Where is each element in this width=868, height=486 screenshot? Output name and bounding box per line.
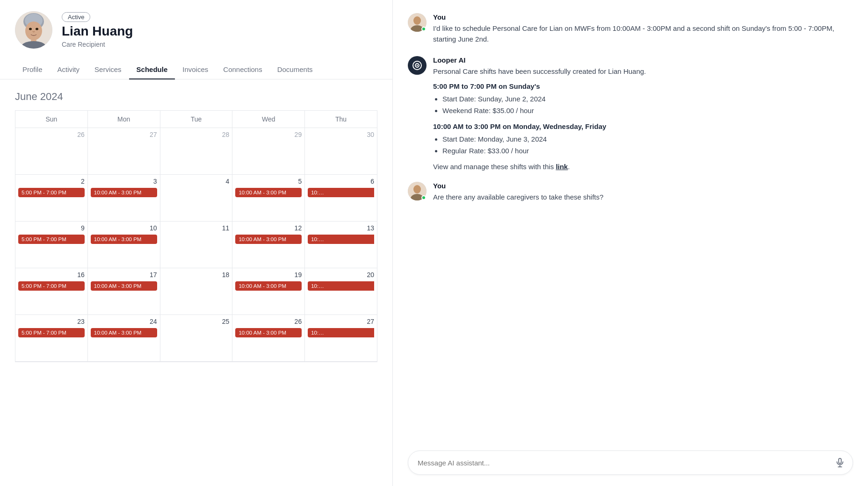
svg-rect-17 xyxy=(839,458,841,464)
cal-date: 24 xyxy=(91,318,157,325)
detail-block: 5:00 PM to 7:00 PM on Sunday'sStart Date… xyxy=(433,82,853,117)
cal-date: 18 xyxy=(163,271,230,279)
cal-cell[interactable]: 2410:00 AM - 3:00 PM xyxy=(88,315,160,362)
right-panel: YouI'd like to schedule Personal Care fo… xyxy=(393,0,868,486)
cal-cell[interactable]: 1210:00 AM - 3:00 PM xyxy=(232,222,305,268)
online-indicator xyxy=(421,195,426,200)
tab-connections[interactable]: Connections xyxy=(216,60,269,79)
cal-cell[interactable]: 1010:00 AM - 3:00 PM xyxy=(88,222,160,268)
cal-header-sun: Sun xyxy=(15,111,88,128)
cal-cell[interactable]: 18 xyxy=(160,268,233,315)
event-pill[interactable]: 10:… xyxy=(308,281,374,291)
detail-title: 10:00 AM to 3:00 PM on Monday, Wednesday… xyxy=(433,122,853,130)
tab-services[interactable]: Services xyxy=(87,60,129,79)
tab-schedule[interactable]: Schedule xyxy=(129,60,175,79)
cal-cell[interactable]: 29 xyxy=(232,128,305,175)
cal-cell[interactable]: 2010:… xyxy=(305,268,377,315)
cal-cell[interactable]: 1710:00 AM - 3:00 PM xyxy=(88,268,160,315)
tab-activity[interactable]: Activity xyxy=(50,60,87,79)
tab-invoices[interactable]: Invoices xyxy=(175,60,216,79)
cal-cell[interactable]: 2610:00 AM - 3:00 PM xyxy=(232,315,305,362)
cal-header-thu: Thu xyxy=(305,111,377,128)
cal-header-wed: Wed xyxy=(232,111,305,128)
cal-date: 25 xyxy=(163,318,230,325)
event-pill[interactable]: 10:00 AM - 3:00 PM xyxy=(235,235,302,244)
cal-cell[interactable]: 27 xyxy=(88,128,160,175)
ai-avatar-inner xyxy=(408,56,427,75)
cal-date: 26 xyxy=(18,131,85,138)
cal-date: 26 xyxy=(235,318,302,325)
detail-title: 5:00 PM to 7:00 PM on Sunday's xyxy=(433,82,853,90)
event-pill[interactable]: 10:00 AM - 3:00 PM xyxy=(235,281,302,291)
cal-header-tue: Tue xyxy=(160,111,233,128)
event-pill[interactable]: 10:00 AM - 3:00 PM xyxy=(91,235,157,244)
cal-date: 30 xyxy=(308,131,374,138)
svg-point-4 xyxy=(29,28,32,30)
status-badge: Active xyxy=(62,12,90,22)
cal-cell[interactable]: 25:00 PM - 7:00 PM xyxy=(15,175,88,222)
cal-cell[interactable]: 1910:00 AM - 3:00 PM xyxy=(232,268,305,315)
detail-list: Start Date: Monday, June 3, 2024Regular … xyxy=(433,133,853,157)
event-pill[interactable]: 10:00 AM - 3:00 PM xyxy=(235,328,302,337)
cal-cell[interactable]: 26 xyxy=(15,128,88,175)
cal-cell[interactable]: 1310:… xyxy=(305,222,377,268)
cal-date: 6 xyxy=(308,178,374,185)
event-pill[interactable]: 5:00 PM - 7:00 PM xyxy=(18,188,85,197)
message-text: I'd like to schedule Personal Care for L… xyxy=(433,23,853,45)
event-pill[interactable]: 10:… xyxy=(308,328,374,337)
cal-header-mon: Mon xyxy=(88,111,160,128)
cal-date: 13 xyxy=(308,224,374,232)
cal-cell[interactable]: 30 xyxy=(305,128,377,175)
event-pill[interactable]: 10:00 AM - 3:00 PM xyxy=(235,188,302,197)
message-text: Are there any available caregivers to ta… xyxy=(433,192,853,202)
svg-point-9 xyxy=(413,16,421,25)
cal-cell[interactable]: 2710:… xyxy=(305,315,377,362)
chat-message: YouI'd like to schedule Personal Care fo… xyxy=(408,13,853,45)
message-sender: Looper AI xyxy=(433,56,853,64)
profile-header: Active Lian Huang Care Recipient xyxy=(0,0,392,49)
event-pill[interactable]: 10:… xyxy=(308,188,374,197)
chat-messages: YouI'd like to schedule Personal Care fo… xyxy=(393,0,868,443)
header-info: Active Lian Huang Care Recipient xyxy=(62,12,133,48)
cal-cell[interactable]: 28 xyxy=(160,128,233,175)
cal-cell[interactable]: 510:00 AM - 3:00 PM xyxy=(232,175,305,222)
tab-profile[interactable]: Profile xyxy=(15,60,50,79)
list-item: Regular Rate: $33.00 / hour xyxy=(442,145,853,157)
mic-button[interactable] xyxy=(835,457,845,468)
event-pill[interactable]: 5:00 PM - 7:00 PM xyxy=(18,328,85,337)
event-pill[interactable]: 10:00 AM - 3:00 PM xyxy=(91,281,157,291)
cal-date: 20 xyxy=(308,271,374,279)
cal-date: 17 xyxy=(91,271,157,279)
message-avatar xyxy=(408,182,427,200)
cal-date: 27 xyxy=(91,131,157,138)
cal-date: 11 xyxy=(163,224,230,232)
cal-date: 29 xyxy=(235,131,302,138)
cal-date: 28 xyxy=(163,131,230,138)
manage-link-anchor[interactable]: link xyxy=(556,163,568,171)
user-role: Care Recipient xyxy=(62,41,133,48)
cal-cell[interactable]: 235:00 PM - 7:00 PM xyxy=(15,315,88,362)
cal-cell[interactable]: 95:00 PM - 7:00 PM xyxy=(15,222,88,268)
event-pill[interactable]: 5:00 PM - 7:00 PM xyxy=(18,281,85,291)
cal-cell[interactable]: 310:00 AM - 3:00 PM xyxy=(88,175,160,222)
cal-cell[interactable]: 11 xyxy=(160,222,233,268)
message-content: YouAre there any available caregivers to… xyxy=(433,182,853,202)
svg-point-15 xyxy=(413,185,421,193)
event-pill[interactable]: 5:00 PM - 7:00 PM xyxy=(18,235,85,244)
cal-date: 12 xyxy=(235,224,302,232)
cal-cell[interactable]: 165:00 PM - 7:00 PM xyxy=(15,268,88,315)
detail-list: Start Date: Sunday, June 2, 2024Weekend … xyxy=(433,93,853,117)
event-pill[interactable]: 10:00 AM - 3:00 PM xyxy=(91,328,157,337)
detail-block: 10:00 AM to 3:00 PM on Monday, Wednesday… xyxy=(433,122,853,157)
cal-date: 19 xyxy=(235,271,302,279)
cal-date: 16 xyxy=(18,271,85,279)
tab-documents[interactable]: Documents xyxy=(270,60,320,79)
cal-cell[interactable]: 25 xyxy=(160,315,233,362)
cal-cell[interactable]: 4 xyxy=(160,175,233,222)
list-item: Start Date: Sunday, June 2, 2024 xyxy=(442,93,853,105)
chat-input[interactable] xyxy=(418,459,835,467)
cal-cell[interactable]: 610:… xyxy=(305,175,377,222)
message-sender: You xyxy=(433,13,853,21)
event-pill[interactable]: 10:… xyxy=(308,235,374,244)
event-pill[interactable]: 10:00 AM - 3:00 PM xyxy=(91,188,157,197)
